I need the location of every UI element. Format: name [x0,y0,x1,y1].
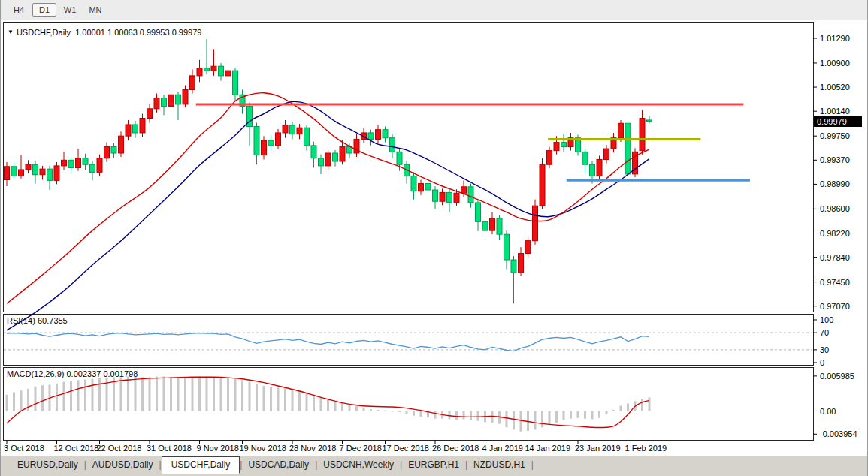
chart-tab-usdcad[interactable]: USDCAD,Daily [242,457,315,472]
price-axis-label: 1.00900 [820,59,850,68]
macd-axis-label: 0.005985 [820,372,854,381]
tab-separator: | [531,459,534,470]
chart-ohlc-values: 1.00001 1.00063 0.99953 0.99979 [75,28,201,37]
chart-tab-usdcnh[interactable]: USDCNH,Weekly [317,457,400,472]
macd-histogram [6,377,651,432]
chart-dropdown-icon[interactable]: ▼ [8,29,14,35]
rsi-name: RSI(14) [7,316,35,325]
chart-symbol-label: USDCHF,Daily [17,28,71,37]
rsi-line [7,333,649,351]
chart-tab-usdchf[interactable]: USDCHF,Daily [162,456,240,474]
rsi-axis-label: 30 [820,345,829,354]
ma-fast-line [7,93,649,304]
date-axis-label: 26 Dec 2018 [432,444,479,453]
chart-tab-bar: EURUSD,Daily|AUDUSD,Daily|USDCHF,Daily|U… [1,456,867,476]
price-axis-label: 1.01290 [820,34,850,43]
date-axis-label: 1 Feb 2019 [625,444,667,453]
date-axis-label: 31 Oct 2018 [147,444,192,453]
chart-canvas [1,0,868,476]
rsi-value: 60.7355 [38,316,68,325]
chart-tab-nzdusd[interactable]: NZDUSD,H1 [467,457,531,472]
date-axis-label: 14 Jan 2019 [525,444,571,453]
price-axis-label: 0.99370 [820,155,850,164]
price-axis-label: 0.98600 [820,204,850,213]
price-axis-label: 1.00520 [820,83,850,92]
chart-title: ▼USDCHF,Daily 1.00001 1.00063 0.99953 0.… [8,27,201,38]
price-axis-label: 0.97070 [820,302,850,311]
price-axis-label: 0.98990 [820,179,850,188]
chart-tab-eurgbp[interactable]: EURGBP,H1 [402,457,465,472]
date-axis-label: 28 Nov 2018 [289,444,336,453]
price-axis-label: 0.97450 [820,278,850,287]
price-axis-label: 0.98220 [820,229,850,238]
price-axis-label: 0.99750 [820,131,850,140]
chart-tab-eurusd[interactable]: EURUSD,Daily [11,457,84,472]
macd-signal-value: 0.001798 [103,369,138,378]
macd-main-value: 0.002337 [66,369,101,378]
price-axis-label: 0.97840 [820,253,850,262]
date-axis-label: 19 Nov 2018 [240,444,286,453]
date-axis-label: 7 Dec 2018 [340,444,382,453]
date-axis-label: 3 Oct 2018 [4,444,44,453]
macd-axis-label: 0.00 [820,407,836,416]
macd-indicator-label: MACD(12,26,9) 0.002337 0.001798 [7,369,138,379]
current-price-tag: 0.99979 [814,116,862,127]
date-axis-label: 23 Jan 2019 [575,444,621,453]
date-axis-label: 17 Dec 2018 [383,444,429,453]
rsi-axis-label: 0 [820,358,824,367]
rsi-axis-label: 100 [820,315,833,324]
date-axis-label: 9 Nov 2018 [197,444,239,453]
trading-terminal-window: H4D1W1MN ▼USDCHF,Daily 1.00001 1.00063 0… [0,0,868,476]
rsi-indicator-label: RSI(14) 60.7355 [7,316,68,326]
candles-layer [5,39,652,303]
rsi-axis-label: 70 [820,328,829,337]
date-axis-label: 4 Jan 2019 [482,444,523,453]
date-axis-label: 22 Oct 2018 [97,444,142,453]
chart-tab-audusd[interactable]: AUDUSD,Daily [86,457,159,472]
ma-slow-line [7,101,649,330]
date-axis-label: 12 Oct 2018 [54,444,99,453]
price-axis-label: 1.00140 [820,107,850,116]
macd-name: MACD(12,26,9) [7,369,64,378]
macd-axis-label: -0.003954 [820,429,857,438]
